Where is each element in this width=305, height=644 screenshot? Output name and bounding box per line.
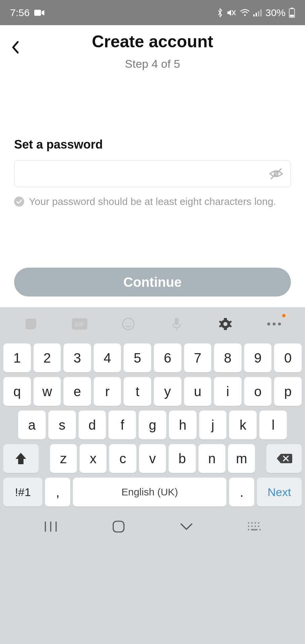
key-row-qwerty: q w e r t y u i o p — [3, 377, 302, 406]
gear-icon — [218, 317, 232, 331]
key-u[interactable]: u — [184, 377, 212, 406]
key-x[interactable]: x — [80, 444, 106, 473]
svg-point-13 — [14, 197, 24, 207]
svg-point-40 — [259, 529, 261, 531]
nav-keyboard-hide[interactable] — [175, 518, 198, 535]
key-d[interactable]: d — [79, 411, 106, 439]
password-hint: Your password should be at least eight c… — [29, 196, 276, 207]
key-m[interactable]: m — [228, 444, 255, 473]
keyboard-rows: 1 2 3 4 5 6 7 8 9 0 q w e r t y u i o — [0, 341, 305, 513]
status-time: 7:56 — [10, 7, 30, 18]
key-v[interactable]: v — [139, 444, 166, 473]
nav-home[interactable] — [107, 518, 130, 535]
key-b[interactable]: b — [169, 444, 195, 473]
password-input[interactable] — [14, 160, 291, 187]
microphone-icon — [172, 317, 182, 331]
key-y[interactable]: y — [154, 377, 181, 406]
key-c[interactable]: c — [109, 444, 136, 473]
key-6[interactable]: 6 — [154, 343, 181, 372]
key-1[interactable]: 1 — [3, 343, 31, 372]
key-a[interactable]: a — [18, 411, 46, 439]
key-s[interactable]: s — [48, 411, 76, 439]
key-j[interactable]: j — [199, 411, 227, 439]
svg-point-38 — [248, 529, 250, 531]
key-i[interactable]: i — [214, 377, 242, 406]
wifi-icon — [240, 9, 250, 16]
svg-point-34 — [248, 526, 250, 527]
svg-point-31 — [251, 522, 253, 524]
svg-point-23 — [267, 323, 270, 326]
status-left: 7:56 — [10, 7, 44, 18]
key-2[interactable]: 2 — [34, 343, 61, 372]
nav-keyboard-switch[interactable] — [243, 518, 266, 535]
key-9[interactable]: 9 — [244, 343, 272, 372]
toggle-visibility-button[interactable] — [269, 166, 284, 181]
page-title: Create account — [10, 32, 295, 51]
svg-rect-7 — [260, 9, 262, 16]
key-8[interactable]: 8 — [214, 343, 242, 372]
svg-rect-5 — [256, 13, 257, 16]
voice-button[interactable] — [167, 315, 186, 333]
key-w[interactable]: w — [34, 377, 61, 406]
more-icon — [267, 322, 281, 326]
svg-point-32 — [255, 522, 256, 524]
key-symbols[interactable]: !#1 — [3, 478, 42, 506]
key-q[interactable]: q — [3, 377, 31, 406]
key-row-zxcv: z x c v b n m — [3, 444, 302, 473]
key-7[interactable]: 7 — [184, 343, 212, 372]
back-button[interactable] — [8, 40, 23, 55]
svg-rect-10 — [290, 15, 294, 17]
key-k[interactable]: k — [229, 411, 257, 439]
svg-line-12 — [271, 169, 281, 178]
settings-button[interactable] — [216, 315, 235, 333]
svg-rect-4 — [253, 14, 255, 16]
password-hint-row: Your password should be at least eight c… — [14, 196, 291, 207]
password-input-wrap — [14, 160, 291, 187]
key-0[interactable]: 0 — [274, 343, 302, 372]
mute-vibrate-icon — [226, 8, 236, 17]
key-p[interactable]: p — [274, 377, 302, 406]
key-next[interactable]: Next — [257, 478, 302, 506]
key-f[interactable]: f — [108, 411, 136, 439]
svg-point-33 — [258, 522, 260, 524]
home-icon — [112, 520, 125, 533]
svg-rect-6 — [258, 11, 259, 16]
key-o[interactable]: o — [244, 377, 272, 406]
key-r[interactable]: r — [94, 377, 121, 406]
svg-point-22 — [223, 322, 227, 326]
key-4[interactable]: 4 — [94, 343, 121, 372]
key-shift[interactable] — [3, 444, 39, 473]
svg-rect-0 — [34, 10, 41, 16]
svg-point-36 — [255, 526, 256, 527]
keyboard-switch-icon — [247, 522, 262, 532]
key-5[interactable]: 5 — [124, 343, 151, 372]
svg-rect-39 — [251, 529, 258, 531]
signal-icon — [253, 9, 262, 16]
more-button[interactable] — [265, 315, 284, 333]
key-period[interactable]: . — [229, 478, 254, 506]
bluetooth-icon — [217, 8, 223, 17]
key-space[interactable]: English (UK) — [73, 478, 226, 506]
key-backspace[interactable] — [266, 444, 302, 473]
backspace-icon — [276, 453, 292, 464]
key-comma[interactable]: , — [45, 478, 70, 506]
emoji-button[interactable] — [119, 315, 138, 333]
gif-icon: GIF — [72, 318, 87, 330]
key-e[interactable]: e — [63, 377, 91, 406]
key-h[interactable]: h — [169, 411, 197, 439]
key-g[interactable]: g — [139, 411, 166, 439]
check-circle-icon — [14, 197, 24, 207]
key-z[interactable]: z — [50, 444, 77, 473]
battery-icon — [289, 8, 295, 18]
key-t[interactable]: t — [124, 377, 151, 406]
key-3[interactable]: 3 — [63, 343, 91, 372]
gif-button[interactable]: GIF — [70, 315, 89, 333]
step-indicator: Step 4 of 5 — [10, 57, 295, 70]
nav-recent[interactable] — [39, 518, 62, 535]
key-n[interactable]: n — [199, 444, 225, 473]
password-label: Set a password — [14, 138, 291, 152]
svg-rect-14 — [26, 319, 36, 329]
continue-button[interactable]: Continue — [14, 268, 291, 297]
sticker-button[interactable] — [21, 315, 40, 333]
key-l[interactable]: l — [259, 411, 287, 439]
